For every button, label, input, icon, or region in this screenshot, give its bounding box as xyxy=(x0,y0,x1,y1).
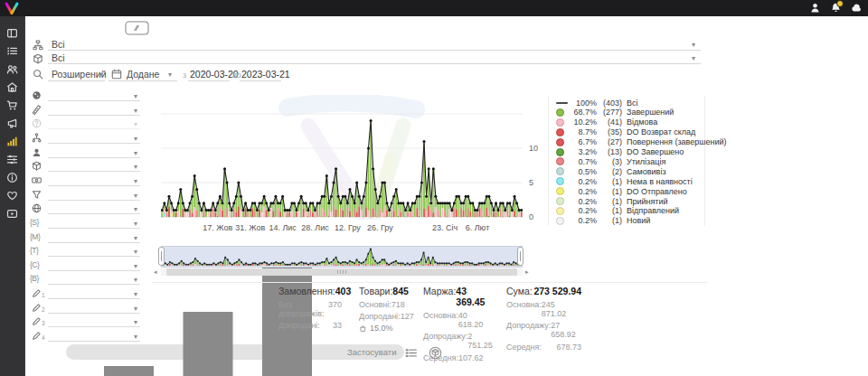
legend-label: Новий xyxy=(627,216,650,225)
sidebar-item-loyalty[interactable] xyxy=(6,190,18,202)
legend-item[interactable]: 100%(403)Всі xyxy=(556,98,638,108)
stat-subrow: Основні:718 xyxy=(359,300,404,309)
legend-item[interactable]: 6.7%(27)Повернення (завершений) xyxy=(556,137,727,147)
field-type-icon: {T} xyxy=(30,246,38,255)
navigator-left-handle[interactable] xyxy=(158,247,165,266)
stat-sub-value: 33 xyxy=(333,321,342,330)
chevron-down-icon[interactable]: ▾ xyxy=(134,178,137,185)
x-tick-label: 26. Гру xyxy=(367,223,393,232)
legend-item[interactable]: 0.7%(3)Утилізація xyxy=(556,156,665,166)
calendar-icon[interactable] xyxy=(111,69,122,80)
filter-row-person[interactable]: ▾ xyxy=(25,146,152,160)
filter-row-help[interactable]: ▾ xyxy=(25,118,152,131)
chevron-down-icon[interactable]: ▾ xyxy=(134,136,137,143)
legend-count: (1) xyxy=(597,187,622,196)
stat-title: Замовлення:403 xyxy=(278,286,342,296)
legend-count: (35) xyxy=(597,127,622,136)
sidebar-item-dashboard[interactable] xyxy=(6,27,18,39)
sidebar-item-analytics[interactable] xyxy=(6,136,18,147)
legend-label: Повернення (завершений) xyxy=(627,137,727,146)
filter-input-underline xyxy=(48,100,140,101)
status-filter-underline[interactable] xyxy=(48,49,701,51)
legend-item[interactable]: 0.2%(1)Нема в наявності xyxy=(556,176,693,186)
legend-item[interactable]: 0.5%(2)Самовивіз xyxy=(556,166,666,176)
filter-row-planet[interactable]: ▾ xyxy=(25,89,152,103)
legend-label: DO Возврат склад xyxy=(627,127,695,136)
legend-item[interactable]: 0.2%(1)Прийнятий xyxy=(556,196,668,206)
scroll-right-arrow[interactable]: ▸ xyxy=(525,268,529,276)
legend-item[interactable]: 0.2%(1)DO Отправлено xyxy=(556,186,687,196)
stat-sub-label: Допродажу: xyxy=(506,321,551,339)
upsell-rate: 8.2% xyxy=(278,333,342,342)
chevron-down-icon[interactable]: ▾ xyxy=(134,108,137,115)
chevron-down-icon[interactable]: ▾ xyxy=(692,55,695,62)
stat-sub-label: Без допродажів: xyxy=(278,300,328,318)
stat-title-label: Замовлення: xyxy=(278,286,335,296)
nav-bars xyxy=(162,249,521,266)
legend-percent: 0.2% xyxy=(570,197,597,206)
filter-row-banknote[interactable]: ▾ xyxy=(25,174,152,188)
navigator-scrollbar[interactable] xyxy=(161,268,523,276)
legend-dot-marker xyxy=(556,148,564,156)
legend-item[interactable]: 0.2%(1)Відправлений xyxy=(556,206,679,216)
chevron-down-icon[interactable]: ▾ xyxy=(99,71,102,79)
navigator-right-handle[interactable] xyxy=(517,247,524,266)
apply-button[interactable]: Застосувати xyxy=(66,344,404,360)
sidebar-item-store[interactable] xyxy=(6,81,18,93)
legend-label: Самовивіз xyxy=(627,167,666,176)
legend-item[interactable]: 8.7%(35)DO Возврат склад xyxy=(556,127,695,137)
legend-count: (27) xyxy=(597,137,622,146)
products-view-icon[interactable] xyxy=(429,346,442,360)
sidebar-item-cart[interactable] xyxy=(6,99,18,111)
stat-column: Товари:845Основні:718Допродані:12715.0% xyxy=(359,286,404,333)
chevron-down-icon[interactable]: ▾ xyxy=(134,150,137,157)
stat-sub-label: Середня: xyxy=(506,343,542,352)
scroll-left-arrow[interactable]: ◂ xyxy=(154,268,157,276)
chevron-down-icon[interactable]: ▾ xyxy=(134,164,137,171)
legend-item[interactable]: 10.2%(41)Відмова xyxy=(556,118,657,127)
date-from-label: з xyxy=(183,70,186,80)
stat-title-value: 403 xyxy=(335,286,352,296)
list-view-icon[interactable] xyxy=(404,346,418,360)
chevron-down-icon[interactable]: ▾ xyxy=(692,42,695,49)
sidebar-item-video-tutorials[interactable] xyxy=(6,208,18,220)
product-filter-underline[interactable] xyxy=(48,62,701,64)
date-field-select[interactable]: Додане xyxy=(127,69,159,80)
brand-logo-icon[interactable] xyxy=(4,1,20,15)
chevron-down-icon[interactable]: ▾ xyxy=(134,93,137,100)
navigator-chart xyxy=(162,247,522,267)
cloud-icon[interactable] xyxy=(851,2,863,14)
chevron-down-icon[interactable]: ▾ xyxy=(134,206,137,213)
chevron-down-icon[interactable]: ▾ xyxy=(168,71,172,79)
date-to-input[interactable]: 2023-03-21 xyxy=(241,69,290,80)
sidebar-item-customers[interactable] xyxy=(6,63,18,75)
chevron-down-icon[interactable]: ▾ xyxy=(134,121,137,128)
sidebar-item-orders-list[interactable] xyxy=(6,45,18,57)
presentation-screen-icon[interactable] xyxy=(125,21,149,35)
pencil-icon xyxy=(32,316,42,326)
search-icon[interactable] xyxy=(33,69,43,80)
orders-chart[interactable] xyxy=(161,95,523,220)
notifications-icon[interactable] xyxy=(830,2,842,14)
sidebar-item-marketing[interactable] xyxy=(6,118,18,129)
legend-percent: 0.7% xyxy=(570,157,597,166)
legend-count: (1) xyxy=(597,177,622,186)
filter-row-hierarchy[interactable]: ▾ xyxy=(25,132,152,146)
sidebar-item-info[interactable] xyxy=(6,172,18,183)
range-navigator[interactable] xyxy=(161,246,523,268)
legend-item[interactable]: 68.7%(277)Завершений xyxy=(556,108,674,118)
filter-row-package[interactable]: ▾ xyxy=(25,160,152,174)
sidebar-item-integrations[interactable] xyxy=(6,154,18,165)
legend-percent: 0.2% xyxy=(570,187,597,196)
y-tick-label: 10 xyxy=(529,144,547,153)
user-icon[interactable] xyxy=(809,2,821,14)
scrollbar-thumb[interactable] xyxy=(166,268,517,276)
filter-row-funnel[interactable]: ▾ xyxy=(25,189,152,202)
filter-row-measure[interactable]: ▾ xyxy=(25,104,152,118)
legend-percent: 8.7% xyxy=(570,127,597,136)
date-from-input[interactable]: 2020-03-20 xyxy=(190,69,239,80)
legend-item[interactable]: 0.2%(1)Новий xyxy=(556,216,650,226)
legend-item[interactable]: 3.2%(13)DO Завершено xyxy=(556,147,684,157)
filter-row-globe[interactable]: ▾ xyxy=(25,202,152,216)
chevron-down-icon[interactable]: ▾ xyxy=(134,193,137,200)
